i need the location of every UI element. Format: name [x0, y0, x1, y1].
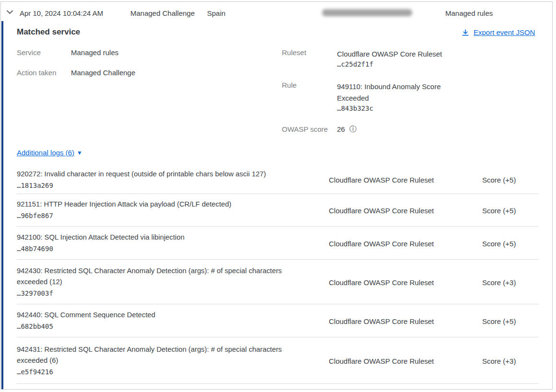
additional-logs-label: Additional logs (6): [17, 149, 74, 157]
log-ruleset-name: Cloudflare OWASP Core Ruleset: [329, 176, 434, 184]
caret-down-icon: ▼: [77, 150, 82, 156]
chevron-down-icon[interactable]: [6, 10, 13, 14]
log-rule-description: 942440: SQL Comment Sequence Detected: [17, 310, 300, 321]
log-rule-id: …3297003f: [17, 288, 300, 299]
service-label: Service: [17, 48, 41, 57]
expanded-row-accent-bar: [1, 21, 3, 389]
ruleset-id: …c25d2f1f: [337, 60, 373, 68]
log-ruleset-name: Cloudflare OWASP Core Ruleset: [329, 357, 434, 365]
log-description-block: 942100: SQL Injection Attack Detected vi…: [17, 232, 300, 254]
info-icon[interactable]: ⓘ: [349, 125, 357, 134]
log-rule-description: 942100: SQL Injection Attack Detected vi…: [17, 232, 300, 243]
log-rule-id: …e5f94216: [17, 366, 300, 378]
log-description-block: 920272: Invalid character in request (ou…: [17, 169, 300, 191]
log-row: 942440: SQL Comment Sequence Detected …6…: [17, 305, 539, 337]
log-rule-id: …96bfe867: [17, 210, 300, 221]
redacted-host-value: [322, 9, 412, 16]
log-ruleset-name: Cloudflare OWASP Core Ruleset: [329, 317, 434, 325]
event-action: Managed Challenge: [130, 9, 195, 17]
log-score: Score (+5): [482, 317, 516, 325]
log-ruleset-name: Cloudflare OWASP Core Ruleset: [329, 206, 434, 214]
log-score: Score (+3): [482, 357, 516, 365]
owasp-score-label: OWASP score: [282, 125, 328, 133]
action-taken-value: Managed Challenge: [71, 69, 135, 77]
matched-service-title: Matched service: [17, 27, 80, 37]
log-rule-description: 920272: Invalid character in request (ou…: [17, 169, 300, 180]
log-rule-description: 942430: Restricted SQL Character Anomaly…: [17, 265, 300, 288]
download-icon: [462, 29, 469, 36]
log-description-block: 942440: SQL Comment Sequence Detected …6…: [17, 310, 300, 332]
export-event-json-link[interactable]: Export event JSON: [462, 28, 535, 36]
event-country: Spain: [207, 9, 225, 17]
ruleset-label: Ruleset: [282, 48, 306, 57]
event-timestamp: Apr 10, 2024 10:04:24 AM: [20, 9, 103, 17]
log-row: 921151: HTTP Header Injection Attack via…: [17, 194, 539, 227]
log-ruleset-name: Cloudflare OWASP Core Ruleset: [329, 278, 434, 286]
log-rule-id: …682bb405: [17, 321, 300, 332]
log-description-block: 942431: Restricted SQL Character Anomaly…: [17, 344, 300, 378]
log-row: 920272: Invalid character in request (ou…: [17, 166, 539, 194]
owasp-score-value: 26: [337, 125, 345, 133]
log-rule-description: 942431: Restricted SQL Character Anomaly…: [17, 344, 300, 366]
ruleset-name: Cloudflare OWASP Core Ruleset: [337, 48, 450, 60]
log-rule-id: …1813a269: [17, 180, 300, 191]
action-taken-label: Action taken: [17, 69, 57, 77]
log-ruleset-name: Cloudflare OWASP Core Ruleset: [329, 239, 434, 247]
additional-logs-toggle[interactable]: Additional logs (6) ▼: [17, 149, 82, 157]
log-rule-id: …48b74690: [17, 243, 300, 254]
log-row: 942100: SQL Injection Attack Detected vi…: [17, 227, 539, 260]
log-score: Score (+5): [482, 206, 516, 214]
log-description-block: 942430: Restricted SQL Character Anomaly…: [17, 265, 300, 299]
log-score: Score (+3): [482, 278, 516, 286]
export-event-json-label: Export event JSON: [474, 28, 535, 36]
rule-name: 949110: Inbound Anomaly Score Exceeded: [337, 81, 450, 104]
rule-label: Rule: [282, 81, 297, 89]
log-score: Score (+5): [482, 176, 516, 184]
log-score: Score (+5): [482, 239, 516, 247]
log-description-block: 921151: HTTP Header Injection Attack via…: [17, 199, 300, 221]
log-row: 942430: Restricted SQL Character Anomaly…: [17, 260, 539, 304]
service-value: Managed rules: [71, 48, 118, 57]
log-row: 942431: Restricted SQL Character Anomaly…: [17, 338, 539, 384]
event-service: Managed rules: [445, 9, 493, 17]
rule-id: …843b323c: [337, 104, 373, 112]
log-rule-description: 921151: HTTP Header Injection Attack via…: [17, 199, 300, 210]
